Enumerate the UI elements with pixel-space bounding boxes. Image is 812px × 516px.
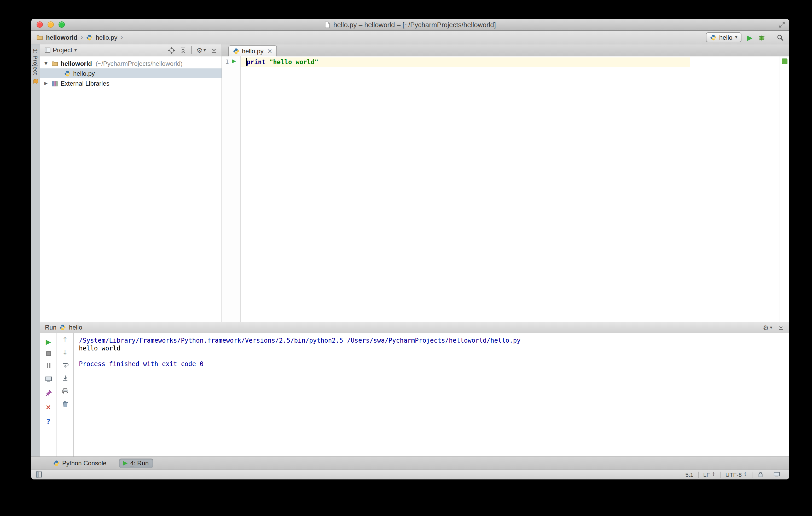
rerun-button[interactable]: ▶ [46, 338, 51, 345]
search-icon [777, 34, 784, 41]
run-tab-label: 4: Run [130, 459, 149, 467]
resize-icon[interactable] [779, 22, 785, 28]
tab-label: hello.py [242, 48, 264, 55]
project-tree: ▼ helloworld (~/PycharmProjects/hellowor… [40, 56, 222, 88]
navigation-bar: helloworld › hello.py › hello ▾ ▶ [31, 31, 789, 44]
window-minimize-button[interactable] [48, 22, 54, 28]
pause-icon [45, 362, 52, 369]
spinner-icon: ↕ [743, 472, 747, 477]
up-stack-trace-button[interactable]: ↑ [62, 336, 68, 343]
chevron-right-icon: › [81, 34, 83, 41]
run-tab-mnemonic: 4 [130, 459, 134, 467]
code-editor[interactable]: print "hello world" [241, 56, 780, 322]
help-button[interactable]: ? [46, 418, 50, 425]
print-icon [61, 388, 69, 395]
project-view-label: Project [53, 47, 72, 54]
toggle-toolwindows-button[interactable] [35, 471, 42, 478]
python-console-label: Python Console [62, 459, 106, 467]
breadcrumb-item-hello-py[interactable]: hello.py [96, 34, 117, 41]
close-console-button[interactable]: × [46, 404, 51, 411]
code-token-string: "hello world" [269, 59, 318, 66]
restore-layout-button[interactable] [45, 375, 52, 383]
breadcrumb-item-helloworld[interactable]: helloworld [46, 34, 77, 41]
run-gutter-icon[interactable]: ▶ [232, 59, 236, 64]
caret-position-widget[interactable]: 5:1 [680, 472, 698, 478]
monitor-icon [45, 375, 52, 383]
python-file-icon [64, 70, 70, 77]
inspection-status-indicator[interactable] [782, 59, 787, 64]
gear-icon: ⚙ [197, 47, 202, 54]
line-number: 1 [222, 59, 229, 65]
run-tab-text: : Run [134, 459, 149, 467]
python-console-button[interactable]: Python Console [49, 458, 111, 468]
run-configuration-selector[interactable]: hello ▾ [706, 32, 742, 42]
locate-button[interactable] [168, 47, 175, 54]
console-output[interactable]: /System/Library/Frameworks/Python.framew… [73, 333, 789, 456]
down-stack-trace-button[interactable]: ↓ [62, 349, 68, 356]
project-header-actions: ⚙ ▾ [168, 46, 218, 54]
search-button[interactable] [777, 34, 784, 41]
hide-icon [210, 47, 218, 54]
debug-button[interactable] [758, 33, 765, 41]
hide-run-panel-button[interactable] [778, 324, 784, 331]
breadcrumb: helloworld › hello.py › [36, 34, 123, 41]
soft-wrap-button[interactable] [61, 361, 69, 369]
lock-widget[interactable] [752, 471, 768, 478]
project-panel-header: Project ▾ ⚙ ▾ [40, 44, 222, 56]
target-icon [168, 47, 175, 54]
close-tab-icon[interactable]: × [267, 48, 272, 54]
project-tool-window-button[interactable]: 1: Project [31, 49, 40, 84]
python-icon [53, 460, 60, 466]
tree-item-external-libraries[interactable]: ▶ External Libraries [40, 78, 222, 88]
code-token-keyword: print [246, 59, 265, 66]
tab-hello-py[interactable]: hello.py × [228, 45, 277, 56]
tree-item-hello-py[interactable]: hello.py [40, 68, 222, 78]
window-close-button[interactable] [36, 22, 43, 28]
gear-icon: ⚙ [763, 324, 769, 331]
tool-window-bar: Python Console ▶ 4: Run [31, 456, 789, 469]
collapse-all-button[interactable] [180, 47, 186, 54]
display-widget[interactable] [768, 471, 785, 478]
spinner-icon: ↕ [712, 472, 715, 477]
pin-tab-button[interactable] [45, 390, 52, 397]
library-icon [52, 80, 58, 86]
tree-item-name: helloworld [61, 60, 92, 67]
python-icon [60, 324, 66, 331]
chevron-down-icon: ▾ [735, 35, 737, 40]
run-settings-button[interactable]: ⚙ ▾ [763, 324, 772, 331]
stop-button[interactable] [45, 350, 52, 357]
chevron-expanded-icon[interactable]: ▼ [43, 61, 49, 65]
title-bar[interactable]: hello.py – helloworld – [~/PycharmProjec… [31, 19, 789, 31]
editor-region: hello.py × 1 ▶ print "hello world" [222, 44, 789, 322]
tree-item-project-root[interactable]: ▼ helloworld (~/PycharmProjects/hellowor… [40, 59, 222, 68]
bug-icon [758, 33, 765, 41]
project-tool-window-label: 1: Project [32, 49, 39, 75]
project-view-selector[interactable]: Project ▾ [45, 47, 77, 54]
line-separator-widget[interactable]: LF ↕ [699, 472, 720, 478]
chevron-collapsed-icon[interactable]: ▶ [43, 81, 49, 85]
tree-item-path: (~/PycharmProjects/helloworld) [96, 60, 183, 67]
print-button[interactable] [61, 388, 69, 395]
hide-panel-button[interactable] [210, 47, 218, 54]
run-header-actions: ⚙ ▾ [763, 324, 784, 331]
run-tool-window: Run hello ⚙ ▾ ▶ × ? [40, 322, 789, 456]
pane-icon [45, 47, 51, 53]
project-settings-button[interactable]: ⚙ ▾ [197, 47, 206, 54]
error-stripe [780, 56, 789, 322]
python-icon [710, 34, 717, 40]
run-config-label: hello [69, 324, 82, 331]
encoding-widget[interactable]: UTF-8 ↕ [721, 472, 752, 478]
scroll-to-end-button[interactable] [61, 374, 69, 382]
window-zoom-button[interactable] [59, 22, 65, 28]
folder-icon [36, 34, 43, 40]
run-button[interactable]: ▶ [747, 34, 752, 41]
pause-output-button[interactable] [45, 362, 52, 369]
folder-icon [52, 60, 58, 67]
trash-icon [61, 401, 69, 408]
project-tool-icon [33, 79, 38, 84]
run-tab-button[interactable]: ▶ 4: Run [119, 458, 153, 468]
clear-all-button[interactable] [61, 401, 69, 408]
python-file-icon [233, 48, 239, 54]
status-widgets: 5:1 LF ↕ UTF-8 ↕ [680, 471, 785, 478]
separator [191, 46, 192, 54]
